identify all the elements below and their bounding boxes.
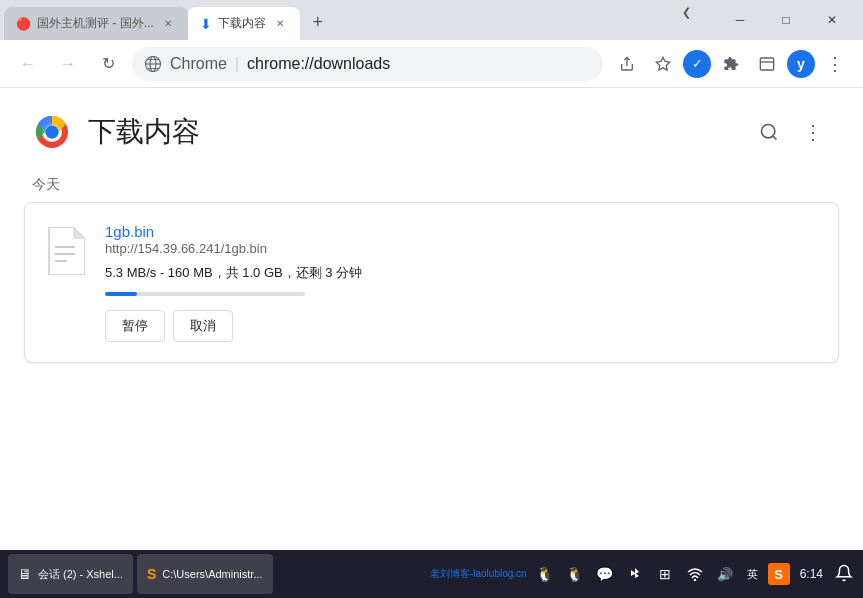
extensions-button[interactable] xyxy=(715,48,747,80)
section-label-today: 今天 xyxy=(24,160,839,202)
page-title: 下载内容 xyxy=(88,113,200,151)
sublime-label: C:\Users\Administr... xyxy=(162,568,262,580)
address-chrome-label: Chrome xyxy=(170,55,227,73)
toolbar-actions: ✓ y ⋮ xyxy=(611,48,851,80)
search-icon xyxy=(759,122,779,142)
page-header: 下载内容 ⋮ xyxy=(0,88,863,160)
page-title-area: 下载内容 xyxy=(32,112,200,152)
taskbar-right: 老刘博客-laolublog.cn 🐧 🐧 💬 ⊞ 🔊 英 xyxy=(430,562,855,586)
toolbar: ← → ↻ Chrome | chrome://downloads xyxy=(0,40,863,88)
address-url: chrome://downloads xyxy=(247,55,390,73)
site-icon xyxy=(144,55,162,73)
notification-button[interactable] xyxy=(833,564,855,585)
new-tab-button[interactable]: + xyxy=(304,8,332,36)
search-downloads-button[interactable] xyxy=(751,114,787,150)
downloads-section: 今天 1gb.bin http://154.39.66.241/1gb.bin xyxy=(0,160,863,550)
tab-1-close[interactable]: ✕ xyxy=(160,16,176,32)
tab-list-chevron[interactable]: ❮ xyxy=(678,2,695,23)
tab-2-title: 下载内容 xyxy=(218,15,266,32)
download-item: 1gb.bin http://154.39.66.241/1gb.bin 5.3… xyxy=(24,202,839,363)
tab-1[interactable]: 🔴 国外主机测评 - 国外... ✕ xyxy=(4,7,188,40)
download-info: 1gb.bin http://154.39.66.241/1gb.bin 5.3… xyxy=(105,223,818,342)
window-controls: ─ □ ✕ xyxy=(709,0,863,40)
download-actions: 暂停 取消 xyxy=(105,310,818,342)
taskbar: 🖥 会话 (2) - Xshel... S C:\Users\Administr… xyxy=(0,550,863,598)
page-header-actions: ⋮ xyxy=(751,114,831,150)
xshell-label: 会话 (2) - Xshel... xyxy=(38,567,123,582)
tab-1-favicon: 🔴 xyxy=(16,17,31,31)
maximize-button[interactable]: □ xyxy=(763,4,809,36)
bluetooth-icon[interactable] xyxy=(623,562,647,586)
taskbar-item-xshell[interactable]: 🖥 会话 (2) - Xshel... xyxy=(8,554,133,594)
back-button[interactable]: ← xyxy=(12,48,44,80)
grid-icon[interactable]: ⊞ xyxy=(653,562,677,586)
profile-button[interactable]: y xyxy=(787,50,815,78)
tray-icon-1[interactable]: 🐧 xyxy=(533,562,557,586)
download-filename[interactable]: 1gb.bin xyxy=(105,223,154,240)
forward-button[interactable]: → xyxy=(52,48,84,80)
title-bar: 🔴 国外主机测评 - 国外... ✕ ⬇ 下载内容 ✕ + ❮ ─ □ ✕ xyxy=(0,0,863,40)
taskbar-item-sublime[interactable]: S C:\Users\Administr... xyxy=(137,554,273,594)
svg-point-18 xyxy=(693,579,695,581)
tray-sublime-icon[interactable]: S xyxy=(768,563,790,585)
bookmark-button[interactable] xyxy=(647,48,679,80)
svg-line-14 xyxy=(773,136,777,140)
file-document-icon xyxy=(45,227,85,275)
download-url: http://154.39.66.241/1gb.bin xyxy=(105,241,818,256)
tab-2[interactable]: ⬇ 下载内容 ✕ xyxy=(188,7,300,40)
notification-icon xyxy=(835,564,853,582)
svg-rect-6 xyxy=(760,58,773,70)
volume-icon[interactable]: 🔊 xyxy=(713,562,737,586)
tab-2-close[interactable]: ✕ xyxy=(272,16,288,32)
network-icon[interactable] xyxy=(683,562,707,586)
xshell-icon: 🖥 xyxy=(18,566,32,582)
tab-search-button[interactable] xyxy=(751,48,783,80)
tab-search-icon xyxy=(759,56,775,72)
file-icon xyxy=(41,223,89,279)
address-separator: | xyxy=(235,55,239,73)
share-button[interactable] xyxy=(611,48,643,80)
tray-icon-2[interactable]: 🐧 xyxy=(563,562,587,586)
security-button[interactable]: ✓ xyxy=(683,50,711,78)
tab-1-title: 国外主机测评 - 国外... xyxy=(37,15,154,32)
progress-bar-container xyxy=(105,292,305,296)
refresh-button[interactable]: ↻ xyxy=(92,48,124,80)
tab-2-favicon: ⬇ xyxy=(200,16,212,32)
menu-button[interactable]: ⋮ xyxy=(819,48,851,80)
close-button[interactable]: ✕ xyxy=(809,4,855,36)
watermark-text: 老刘博客-laolublog.cn xyxy=(430,567,527,581)
cancel-button[interactable]: 取消 xyxy=(173,310,233,342)
bluetooth-symbol xyxy=(629,566,641,582)
input-method[interactable]: 英 xyxy=(743,567,762,582)
share-icon xyxy=(619,56,635,72)
progress-bar-fill xyxy=(105,292,137,296)
clock-display[interactable]: 6:14 xyxy=(796,567,827,581)
wechat-icon[interactable]: 💬 xyxy=(593,562,617,586)
chrome-logo xyxy=(32,112,72,152)
downloads-menu-button[interactable]: ⋮ xyxy=(795,114,831,150)
bookmark-icon xyxy=(655,56,671,72)
download-status: 5.3 MB/s - 160 MB，共 1.0 GB，还剩 3 分钟 xyxy=(105,264,818,282)
svg-marker-5 xyxy=(656,57,669,70)
svg-point-13 xyxy=(762,125,775,138)
wifi-icon xyxy=(687,567,703,581)
address-bar[interactable]: Chrome | chrome://downloads xyxy=(132,47,603,81)
pause-button[interactable]: 暂停 xyxy=(105,310,165,342)
svg-point-12 xyxy=(46,126,59,139)
minimize-button[interactable]: ─ xyxy=(717,4,763,36)
sublime-icon: S xyxy=(147,566,156,582)
page-content: 下载内容 ⋮ 今天 xyxy=(0,88,863,550)
puzzle-icon xyxy=(723,56,739,72)
